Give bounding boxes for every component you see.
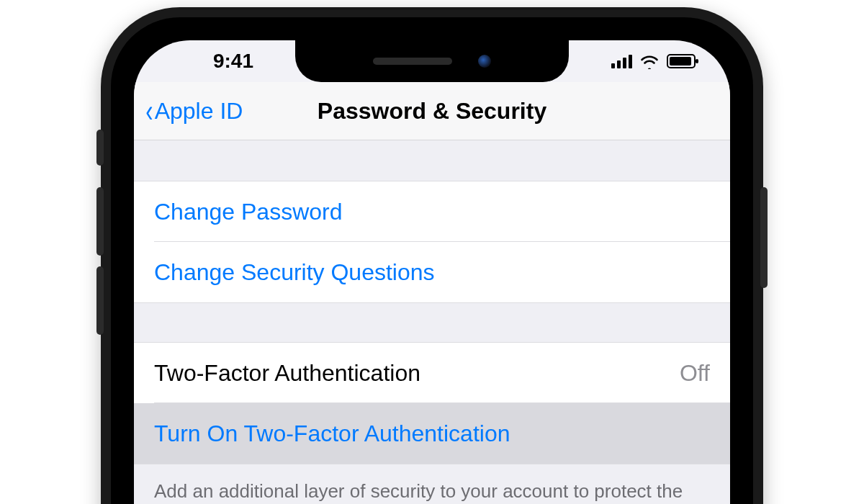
turn-on-two-factor-row[interactable]: Turn On Two-Factor Authentication: [134, 403, 730, 464]
change-security-questions-row[interactable]: Change Security Questions: [134, 242, 730, 303]
notch: [295, 40, 569, 82]
volume-down-button: [96, 266, 104, 335]
two-factor-footer-note: Add an additional layer of security to y…: [134, 464, 730, 504]
back-button-label: Apple ID: [155, 98, 243, 125]
battery-icon: [667, 54, 696, 68]
two-factor-status-row: Two-Factor Authentication Off: [134, 342, 730, 403]
two-factor-status-value: Off: [680, 360, 710, 387]
navigation-bar: ‹ Apple ID Password & Security: [134, 82, 730, 140]
cellular-signal-icon: [611, 54, 632, 68]
settings-content: Change Password Change Security Question…: [134, 140, 730, 504]
iphone-device-frame: 9:41: [101, 7, 763, 504]
change-password-label: Change Password: [154, 199, 342, 225]
two-factor-status-label: Two-Factor Authentication: [154, 360, 680, 387]
page-title: Password & Security: [318, 98, 546, 125]
wifi-icon: [639, 53, 660, 69]
iphone-screen: 9:41: [134, 40, 730, 504]
change-security-questions-label: Change Security Questions: [154, 259, 435, 286]
front-camera: [478, 55, 491, 68]
status-time: 9:41: [168, 50, 298, 73]
change-password-row[interactable]: Change Password: [134, 181, 730, 242]
turn-on-two-factor-label: Turn On Two-Factor Authentication: [154, 420, 510, 447]
chevron-left-icon: ‹: [145, 95, 153, 127]
volume-up-button: [96, 187, 104, 256]
back-button[interactable]: ‹ Apple ID: [144, 95, 243, 127]
earpiece-speaker: [373, 58, 452, 65]
side-power-button: [760, 187, 768, 288]
mute-switch: [96, 130, 104, 166]
password-group: Change Password Change Security Question…: [134, 181, 730, 303]
two-factor-group: Two-Factor Authentication Off Turn On Tw…: [134, 342, 730, 464]
